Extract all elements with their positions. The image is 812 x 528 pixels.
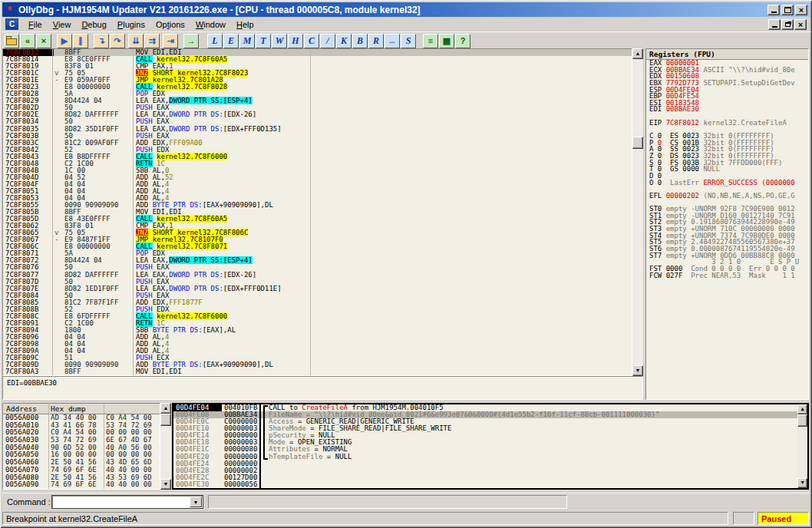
minimize-button[interactable] [767, 5, 780, 15]
disasm-row[interactable]: 7C8F802E8D82 DAFFFFFFLEA EAX,DWORD PTR D… [3, 111, 632, 118]
disasm-row[interactable]: 7C8F804D04 52ADD AL,52 [3, 174, 632, 181]
close-program-button[interactable]: × [36, 34, 51, 48]
disasm-row[interactable]: 7C8F806CE8 00000000CALL kernel32.7C8F807… [3, 243, 632, 250]
command-input[interactable]: ▼ [51, 495, 203, 509]
handles-button[interactable]: H [288, 34, 303, 48]
hexdump-pane[interactable]: Address Hex dump 0056A000AD 34 40 00C0 A… [2, 403, 160, 490]
maximize-button[interactable] [781, 5, 794, 15]
stack-row[interactable]: 00D4FE2C00127D00 [173, 474, 807, 481]
disasm-row[interactable]: 7C8F80A38BFFMOV EDI,EDI [3, 368, 632, 375]
restart-button[interactable]: « [20, 34, 35, 48]
disasm-row[interactable]: 7C8F8048C2 1C00RETN 1C [3, 160, 632, 167]
breakpoints-button[interactable]: B [352, 34, 368, 48]
executables-button[interactable]: E [223, 34, 239, 48]
scroll-down-button[interactable]: ▼ [797, 478, 807, 488]
scroll-up-button[interactable]: ▲ [632, 48, 643, 59]
disasm-row[interactable]: 7C8F809A04 04ADD AL,4 [3, 348, 632, 355]
comments-scrollbar[interactable]: ▲▼ [797, 404, 807, 488]
menu-debug[interactable]: Debug [76, 18, 111, 31]
windows-button[interactable]: W [272, 34, 287, 48]
source-button[interactable]: S [401, 34, 416, 48]
register-line[interactable]: EIP 7C8F8012 kernel32.CreateFileA [646, 120, 808, 127]
disasm-row[interactable]: 7C8F8014E8 8CE0FFFFCALL kernel32.7C8F60A… [3, 56, 632, 63]
close-button[interactable]: × [795, 5, 807, 15]
log-window-button[interactable]: L [207, 34, 223, 48]
help-button[interactable]: ? [455, 34, 470, 48]
disasm-row[interactable]: 7C8F80550090 90909090ADD BYTE PTR DS:[EA… [3, 202, 632, 209]
run-button[interactable]: ▶ [57, 34, 72, 48]
disasm-row[interactable]: 7C8F807E8D82 1ED1F0FFLEA EAX,DWORD PTR D… [3, 285, 632, 292]
mdi-restore-button[interactable] [781, 19, 794, 30]
call-stack-button[interactable]: K [336, 34, 352, 48]
disasm-row[interactable]: 7C8F80941800SBB BYTE PTR DS:[EAX],AL [3, 327, 632, 334]
scroll-down-button[interactable]: ▼ [160, 479, 171, 490]
open-button[interactable] [4, 34, 19, 48]
patches-button[interactable]: / [320, 34, 335, 48]
disasm-row[interactable]: 7C8F809D0090 90909090ADD BYTE PTR DS:[EA… [3, 361, 632, 368]
register-line[interactable]: T 0 GS 0000 NULL [646, 166, 808, 173]
menu-file[interactable]: File [23, 18, 48, 31]
animate-into-button[interactable]: ⇊ [128, 34, 144, 48]
disasm-row[interactable]: 7C8F805104 04ADD AL,4 [3, 188, 632, 195]
execute-till-return-button[interactable]: ⇥ [163, 34, 178, 48]
pause-button[interactable]: ∥ [73, 34, 88, 48]
menu-plugins[interactable]: Plugins [112, 18, 150, 31]
disassembly-pane[interactable]: 7C8F80128BFFMOV EDI,EDI7C8F8014E8 8CE0FF… [2, 48, 632, 376]
title-bar[interactable]: * OllyDbg - HJM1954M Updater V21 2016122… [2, 2, 810, 17]
menu-help[interactable]: Help [231, 18, 259, 31]
scroll-up-button[interactable]: ▲ [160, 403, 171, 414]
disasm-row[interactable]: 7C8F8043E8 B8DFFFFFCALL kernel32.7C8F600… [3, 153, 632, 160]
combo-dropdown-button[interactable]: ▼ [190, 497, 202, 507]
menu-options[interactable]: Options [150, 18, 190, 31]
animate-over-button[interactable]: ⇉ [144, 34, 160, 48]
stack-row[interactable]: 00D4FE2000000000hTemplateFile = NULL [173, 454, 807, 460]
hexdump-row[interactable]: 0056A0A02E 50 41 5643 4F 62 6A [3, 489, 160, 490]
disasm-row[interactable]: 7C8F801983F8 01CMP EAX,1 [3, 63, 632, 70]
step-over-button[interactable]: ↷ [110, 34, 125, 48]
disasm-row[interactable]: 7C8F805DE8 43E0FFFFCALL kernel32.7C8F60A… [3, 216, 632, 223]
disasm-row[interactable]: 7C8F806283F8 01CMP EAX,1 [3, 223, 632, 229]
disassembly-scrollbar[interactable]: ▲▼ [632, 48, 643, 376]
stack-row[interactable]: 00D4FE3000000056 [173, 481, 807, 488]
stack-pane[interactable]: 00D4FE04004010FBCALL to CreateFileA from… [172, 403, 809, 490]
disasm-row[interactable]: 7C8F803C81C2 009AF0FFADD EDX,FFF09A00 [3, 140, 632, 147]
cpu-button[interactable]: C [304, 34, 319, 48]
disasm-row[interactable]: 7C8F80358D82 35D1F0FFLEA EAX,DWORD PTR D… [3, 126, 632, 133]
disasm-row[interactable]: 7C8F80728D4424 04LEA EAX,DWORD PTR SS:[E… [3, 257, 632, 264]
register-line[interactable]: EDI 00BBAE30 [646, 106, 808, 113]
scroll-thumb[interactable] [797, 414, 807, 427]
disasm-row[interactable]: 7C8F8091C2 1C00RETN 1C [3, 320, 632, 327]
disasm-row[interactable]: 7C8F80778D82 DAFFFFFFLEA EAX,DWORD PTR D… [3, 272, 632, 279]
disasm-row[interactable]: 7C8F809804 04ADD AL,4 [3, 341, 632, 348]
appearance-button[interactable]: ▦ [439, 34, 454, 48]
scroll-thumb[interactable] [632, 137, 643, 149]
scroll-thumb[interactable] [160, 414, 171, 426]
mdi-system-icon[interactable]: C [5, 18, 18, 30]
disasm-row[interactable]: 7C8F804F04 04ADD AL,4 [3, 181, 632, 188]
disasm-row[interactable]: 7C8F808CE8 6FDFFFFFCALL kernel32.7C8F600… [3, 313, 632, 320]
disasm-row[interactable]: 7C8F808581C2 7F87F1FFADD EDX,FFF1877F [3, 299, 632, 306]
stack-row[interactable]: 00D4FE2400000000 [173, 460, 807, 467]
mdi-minimize-button[interactable] [768, 19, 781, 30]
mdi-close-button[interactable]: × [794, 19, 807, 30]
scroll-down-button[interactable]: ▼ [632, 365, 643, 376]
menu-view[interactable]: View [48, 18, 77, 31]
references-button[interactable]: R [368, 34, 384, 48]
run-trace-button[interactable]: ... [385, 34, 400, 48]
register-line[interactable]: O 0 LastErr ERROR_SUCCESS (0000000 [646, 180, 808, 186]
register-line[interactable]: EFL 00000202 (NO,NB,NE,A,NS,PO,GE,G [646, 193, 808, 200]
register-line[interactable]: FCW 027F Prec NEAR,53 Mask 1 1 [646, 272, 808, 279]
disasm-row[interactable]: 7C8F80298D4424 04LEA EAX,DWORD PTR SS:[E… [3, 97, 632, 104]
stack-row[interactable]: 00D4FE2800000002 [173, 467, 807, 474]
memory-map-button[interactable]: M [239, 34, 255, 48]
scroll-up-button[interactable]: ▲ [797, 404, 807, 414]
goto-button[interactable]: → [183, 34, 199, 48]
step-into-button[interactable]: ↴ [94, 34, 109, 48]
disasm-row[interactable]: 7C8F8023E8 00000000CALL kernel32.7C8F802… [3, 84, 632, 91]
disasm-row[interactable]: 7C8F809604 04ADD AL,4 [3, 334, 632, 341]
threads-button[interactable]: T [256, 34, 271, 48]
menu-window[interactable]: Window [190, 18, 231, 31]
options-button[interactable]: ≡ [423, 34, 438, 48]
disasm-row[interactable]: 7C8F804B1C 00SBB AL,0 [3, 167, 632, 174]
hexdump-scrollbar[interactable]: ▲▼ [160, 403, 171, 490]
